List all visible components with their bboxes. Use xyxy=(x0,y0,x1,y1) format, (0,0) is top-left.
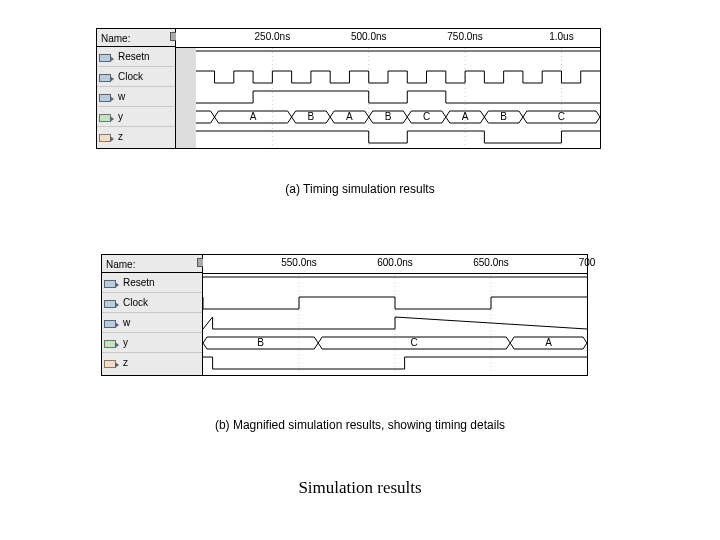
sig-row-w[interactable]: w xyxy=(97,87,175,107)
input-pin-icon xyxy=(99,92,115,102)
names-header: Name: xyxy=(97,29,175,47)
sig-label: w xyxy=(123,317,130,328)
names-header-label: Name: xyxy=(101,33,130,44)
sig-row-y[interactable]: y xyxy=(102,333,202,353)
sig-label: y xyxy=(123,337,128,348)
bus-pin-icon xyxy=(104,338,120,348)
input-pin-icon xyxy=(104,298,120,308)
panel-a-waves: ABABCABC xyxy=(176,48,600,148)
svg-text:A: A xyxy=(545,337,552,348)
svg-text:A: A xyxy=(462,111,469,122)
sig-label: z xyxy=(123,357,128,368)
panel-a-names-col: Name: Resetn Clock w y z xyxy=(97,29,176,148)
reset-shade xyxy=(176,47,196,148)
sig-row-resetn[interactable]: Resetn xyxy=(102,273,202,293)
sig-row-w[interactable]: w xyxy=(102,313,202,333)
panel-b-magnified: Name: Resetn Clock w y z 550.0ns600.0ns6… xyxy=(101,254,588,376)
input-pin-icon xyxy=(104,278,120,288)
svg-text:B: B xyxy=(308,111,315,122)
main-caption: Simulation results xyxy=(0,478,720,498)
time-ruler-b: 550.0ns600.0ns650.0ns700 xyxy=(203,255,587,274)
input-pin-icon xyxy=(99,52,115,62)
svg-text:B: B xyxy=(257,337,264,348)
output-pin-icon xyxy=(99,132,115,142)
sig-label: Resetn xyxy=(118,51,150,62)
names-header: Name: xyxy=(102,255,202,273)
sig-row-clock[interactable]: Clock xyxy=(102,293,202,313)
panel-b-waves: BCA xyxy=(203,274,587,374)
names-header-label: Name: xyxy=(106,259,135,270)
time-ruler-a: 250.0ns500.0ns750.0ns1.0us xyxy=(176,29,600,48)
sig-row-y[interactable]: y xyxy=(97,107,175,127)
svg-text:C: C xyxy=(558,111,565,122)
sig-label: Clock xyxy=(123,297,148,308)
svg-text:C: C xyxy=(411,337,418,348)
sig-label: Resetn xyxy=(123,277,155,288)
input-pin-icon xyxy=(99,72,115,82)
svg-text:C: C xyxy=(423,111,430,122)
sig-label: y xyxy=(118,111,123,122)
panel-a-wave-area[interactable]: 250.0ns500.0ns750.0ns1.0us ABABCABC xyxy=(176,29,600,148)
caption-b: (b) Magnified simulation results, showin… xyxy=(0,418,720,432)
output-pin-icon xyxy=(104,358,120,368)
panel-b-wave-area[interactable]: 550.0ns600.0ns650.0ns700 BCA xyxy=(203,255,587,375)
sig-row-z[interactable]: z xyxy=(102,353,202,372)
sig-row-resetn[interactable]: Resetn xyxy=(97,47,175,67)
input-pin-icon xyxy=(104,318,120,328)
panel-a-timing: Name: Resetn Clock w y z 250.0ns500.0ns7… xyxy=(96,28,601,149)
svg-text:A: A xyxy=(250,111,257,122)
svg-text:B: B xyxy=(500,111,507,122)
sig-label: z xyxy=(118,131,123,142)
sig-label: Clock xyxy=(118,71,143,82)
sig-row-clock[interactable]: Clock xyxy=(97,67,175,87)
caption-a: (a) Timing simulation results xyxy=(0,182,720,196)
svg-text:A: A xyxy=(346,111,353,122)
sig-row-z[interactable]: z xyxy=(97,127,175,146)
sig-label: w xyxy=(118,91,125,102)
bus-pin-icon xyxy=(99,112,115,122)
svg-text:B: B xyxy=(385,111,392,122)
panel-b-names-col: Name: Resetn Clock w y z xyxy=(102,255,203,375)
